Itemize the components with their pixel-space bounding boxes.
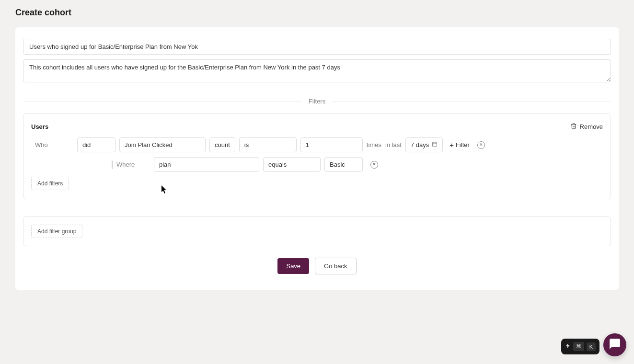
property-operator-select[interactable]: equals (263, 157, 321, 172)
svg-rect-0 (433, 142, 437, 147)
did-value: did (82, 141, 91, 148)
add-filter-group-card: Add filter group (23, 216, 611, 246)
chat-launcher-button[interactable] (603, 333, 626, 356)
filter-group-users: Users Remove Who did Join Plan Clicked c… (23, 114, 611, 199)
property-value-select[interactable]: Basic (324, 157, 363, 172)
add-filter-link[interactable]: + Filter (450, 141, 470, 149)
did-select[interactable]: did (77, 137, 115, 152)
remove-property-row-button[interactable]: ✕ (370, 161, 378, 169)
filter-subrow-where: Where plan equals Basic ✕ (112, 157, 603, 172)
event-value: Join Plan Clicked (125, 141, 173, 148)
count-label: count (215, 141, 230, 148)
count-number-input[interactable] (300, 137, 363, 152)
page-title: Create cohort (0, 0, 634, 18)
divider-line-right (332, 101, 611, 102)
in-last-label: in last (385, 141, 402, 148)
count-select[interactable]: count (209, 137, 235, 152)
filters-divider: Filters (23, 98, 611, 105)
divider-line-left (23, 101, 302, 102)
form-actions: Save Go back (23, 258, 611, 274)
x-icon: ✕ (372, 162, 376, 167)
calendar-icon (432, 141, 438, 148)
add-filters-button[interactable]: Add filters (31, 177, 69, 190)
operator-select[interactable]: is (239, 137, 297, 152)
timerange-select[interactable]: 7 days (405, 137, 443, 152)
filter-link-label: Filter (456, 141, 470, 148)
remove-event-row-button[interactable]: ✕ (477, 141, 485, 149)
keyboard-shortcut-pill[interactable]: ⌘ K (561, 339, 599, 354)
cohort-name-input[interactable] (23, 39, 611, 55)
timerange-value: 7 days (411, 141, 429, 148)
filter-row-who: Who did Join Plan Clicked count is times… (31, 137, 603, 152)
filter-group-header: Users Remove (31, 123, 603, 131)
who-label: Who (31, 141, 73, 148)
operator-value: is (244, 141, 249, 148)
k-key: K (587, 342, 596, 351)
filters-label: Filters (302, 98, 332, 105)
property-value-text: Basic (330, 161, 345, 168)
remove-label: Remove (580, 123, 603, 130)
chat-icon (609, 338, 621, 352)
remove-filter-group-button[interactable]: Remove (570, 123, 603, 131)
property-operator-value: equals (268, 161, 287, 168)
property-value: plan (159, 161, 171, 168)
filter-group-title: Users (31, 123, 48, 130)
plus-icon: + (450, 141, 454, 149)
cohort-form-card: Filters Users Remove Who did Join Plan C… (15, 27, 619, 290)
trash-icon (570, 123, 577, 131)
sub-indicator (112, 160, 113, 169)
lightning-icon (565, 343, 571, 350)
cohort-description-input[interactable] (23, 59, 611, 82)
add-filter-group-button[interactable]: Add filter group (31, 225, 82, 238)
x-icon: ✕ (479, 143, 483, 147)
go-back-button[interactable]: Go back (315, 258, 356, 274)
cmd-key: ⌘ (573, 342, 584, 351)
times-label: times (367, 141, 381, 148)
property-select[interactable]: plan (154, 157, 259, 172)
where-label: Where (112, 161, 150, 168)
save-button[interactable]: Save (277, 258, 309, 274)
event-select[interactable]: Join Plan Clicked (119, 137, 206, 152)
